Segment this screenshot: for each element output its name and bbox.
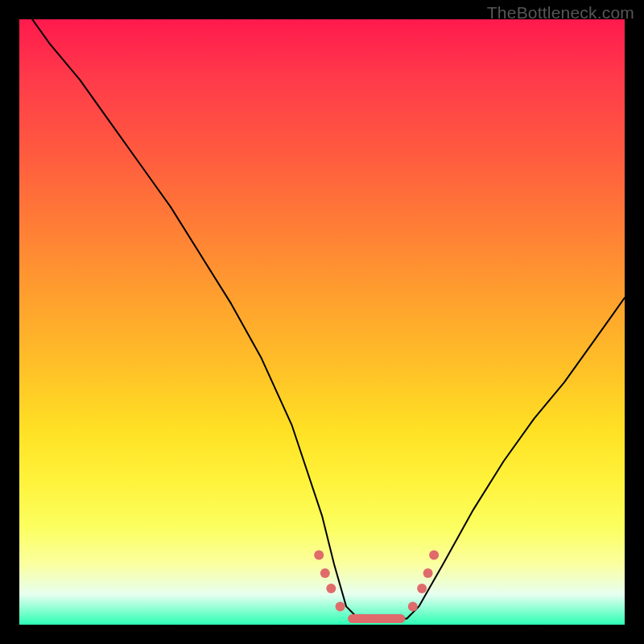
curve-marker <box>408 601 418 611</box>
chart-plot-area <box>19 19 625 625</box>
curve-marker <box>314 551 324 560</box>
chart-frame: TheBottleneck.com <box>0 0 644 644</box>
bottleneck-curve <box>19 19 625 618</box>
curve-marker <box>336 601 345 611</box>
curve-marker <box>429 551 439 560</box>
curve-marker <box>326 584 336 593</box>
curve-marker <box>423 568 433 578</box>
curve-marker <box>417 584 427 593</box>
chart-svg <box>19 19 625 625</box>
watermark-text: TheBottleneck.com <box>487 3 634 23</box>
curve-marker <box>320 568 330 578</box>
